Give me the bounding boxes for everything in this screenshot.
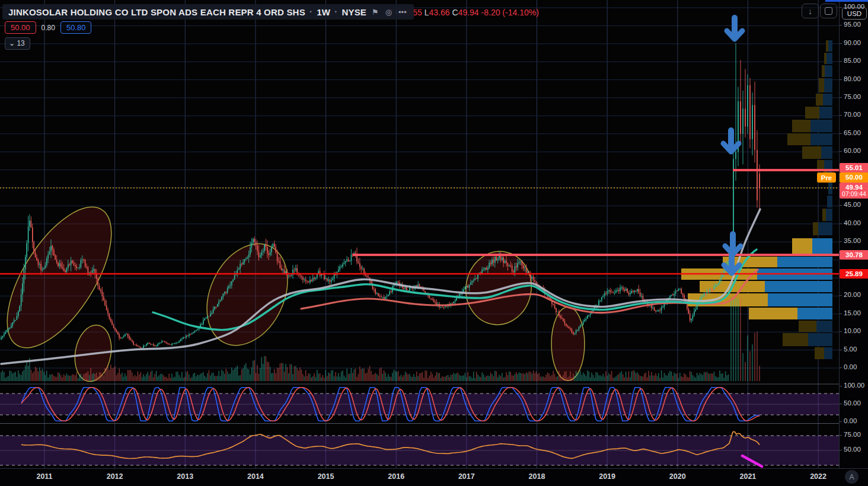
interval-label[interactable]: 1W [317,7,330,17]
candle-body [702,297,703,298]
volume-bar [418,376,419,381]
candle-body [344,263,345,264]
volume-bar [17,377,17,381]
objects-tree-chip[interactable]: ⌄ 13 [5,37,30,50]
candle-body [675,290,676,293]
volume-bar [41,370,42,381]
volume-bar [240,375,241,381]
volume-bar [527,373,528,381]
volume-bar [469,376,470,381]
price-tick-label: 5.00 [844,346,857,353]
volume-bar [489,376,490,381]
volume-bar [109,370,110,381]
chart-canvas[interactable] [0,0,868,486]
auto-scale-button[interactable]: A [845,470,859,484]
candle-body [472,281,473,282]
candle-body [50,246,52,251]
candle-body [346,259,347,261]
symbol-legend[interactable]: JINKOSOLAR HOLDING CO LTD SPON ADS EACH … [2,4,414,20]
symbol-title[interactable]: JINKOSOLAR HOLDING CO LTD SPON ADS EACH … [8,7,305,17]
ellipse-drawing[interactable] [0,191,132,364]
candle-body [612,293,614,293]
candle-body [202,324,203,325]
volume-bar [556,377,556,381]
volume-bar [100,372,101,381]
candle-body [598,300,599,305]
volume-bar [385,373,385,381]
volume-bar [570,372,570,381]
candle-body [515,266,516,272]
candle-body [160,343,161,343]
candle-body [63,268,65,271]
candle-body [384,297,385,299]
volume-bar [358,374,359,381]
currency-button[interactable]: USD [842,7,867,20]
candle-body [47,255,49,258]
volume-bar [292,374,293,381]
candle-body [38,260,39,265]
candle-body [111,322,113,325]
volume-bar [145,376,145,381]
volume-bar [106,367,107,381]
volume-bar [122,373,122,381]
volume-bar [297,368,298,381]
candle-body [197,330,198,330]
candle-body [78,268,79,268]
flag-icon[interactable]: ⚑ [371,8,380,16]
price-tick-label: 80.00 [844,75,861,82]
candle-body [114,328,116,330]
candle-body [173,343,174,344]
eye-icon[interactable]: ◎ [384,8,393,16]
limit-order-box[interactable]: 50.80 [60,21,92,34]
download-button[interactable]: ↓ [802,4,819,18]
stop-order-box[interactable]: 50.00 [5,21,36,34]
volume-bar [173,378,174,381]
candle-body [291,275,292,276]
candle-body [100,290,101,292]
candle-body [9,328,11,329]
volume-bar [34,372,34,381]
volume-bar [267,362,267,381]
fullscreen-button[interactable] [820,4,837,18]
candle-body [520,261,521,262]
volume-bar [209,370,209,381]
candle-body [5,332,6,334]
low-label: L [425,8,429,17]
volume-bar [404,375,404,381]
volume-bar [166,377,167,381]
candle-body [245,258,247,259]
volume-bar [74,375,74,381]
candle-body [490,263,492,264]
ellipse-drawing[interactable] [460,246,537,330]
profile-row-buy [799,321,816,332]
candle-body [166,342,167,343]
volume-bar [560,374,561,381]
candle-body [193,332,194,333]
volume-bar [312,376,313,381]
candle-body [281,268,282,270]
volume-bar [678,378,679,381]
volume-bar [261,357,262,381]
volume-bar [614,378,615,381]
volume-bar [203,372,203,381]
year-label: 2022 [810,472,826,481]
candle-body [242,263,244,265]
candle-body [334,274,335,279]
order-quantity[interactable]: 0.80 [42,24,55,32]
volume-bar [499,375,499,381]
more-options-icon[interactable]: ••• [397,8,408,16]
candle-body [615,290,617,292]
time-axis[interactable]: 2011201220132014201520162017201820192020… [0,468,868,486]
candle-body [618,290,620,291]
ellipse-drawing[interactable] [551,307,585,381]
candle-body [349,261,350,261]
volume-bar [226,369,226,381]
candle-body [484,268,486,270]
candle-body [584,320,585,321]
price-scale[interactable]: 100.0095.0090.0085.0080.0075.0070.0065.0… [839,0,868,468]
profile-row-buy [802,146,821,159]
candle-body [614,293,615,293]
profile-row-buy [817,160,824,169]
candle-body [505,261,506,263]
candle-body [309,280,311,283]
